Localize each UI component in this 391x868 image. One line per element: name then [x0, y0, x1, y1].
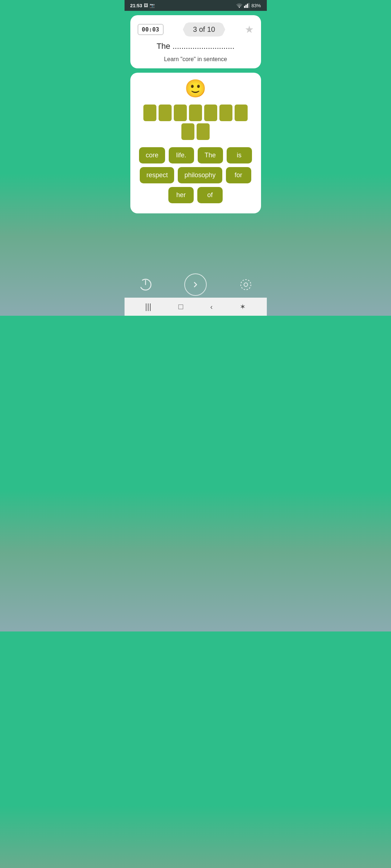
bottom-controls: [125, 273, 267, 296]
slot-1: [143, 105, 156, 121]
status-bar: 21:53 🖼 📷 83%: [125, 0, 267, 11]
camera-icon: 📷: [150, 3, 155, 8]
favorite-button[interactable]: ★: [245, 24, 254, 35]
word-btn-the[interactable]: The: [198, 147, 223, 163]
slot-5: [204, 105, 217, 121]
settings-button[interactable]: [239, 278, 252, 291]
word-btn-life[interactable]: life.: [169, 147, 194, 163]
quiz-header-card: 00:03 3 of 10 ★ The ....................…: [130, 15, 261, 68]
next-button[interactable]: [184, 273, 207, 296]
slot-8: [181, 123, 194, 140]
word-btn-her[interactable]: her: [168, 187, 194, 203]
battery-text: 83%: [251, 3, 261, 8]
nav-back-icon[interactable]: ‹: [210, 303, 213, 311]
word-btn-core[interactable]: core: [139, 147, 165, 163]
nav-bar: ||| □ ‹ ✶: [125, 298, 267, 316]
svg-point-7: [241, 280, 251, 290]
word-buttons-area: core life. The is respect philosophy for…: [136, 147, 255, 203]
wifi-icon: [236, 3, 243, 8]
power-button[interactable]: [139, 278, 152, 291]
svg-rect-2: [247, 4, 248, 8]
svg-rect-3: [248, 3, 249, 8]
main-content: 00:03 3 of 10 ★ The ....................…: [125, 11, 267, 218]
photo-icon: 🖼: [144, 3, 148, 8]
word-btn-is[interactable]: is: [227, 147, 252, 163]
svg-rect-0: [244, 6, 245, 8]
nav-user-icon[interactable]: ✶: [240, 302, 246, 311]
learn-label: Learn "core" in sentence: [164, 56, 227, 63]
slot-3: [174, 105, 187, 121]
svg-point-6: [244, 283, 248, 286]
sentence-display: The ............................: [156, 40, 234, 52]
slot-4: [189, 105, 202, 121]
word-row-3: her of: [168, 187, 223, 203]
word-btn-philosophy[interactable]: philosophy: [178, 167, 222, 183]
svg-rect-1: [245, 5, 247, 8]
letter-slots: [136, 105, 255, 140]
nav-home-icon[interactable]: □: [178, 302, 183, 311]
word-btn-for[interactable]: for: [226, 167, 251, 183]
progress-badge: 3 of 10: [183, 22, 225, 37]
slot-7: [235, 105, 248, 121]
signal-icon: [244, 3, 250, 8]
status-time: 21:53: [130, 3, 142, 8]
slot-6: [219, 105, 232, 121]
slot-9: [197, 123, 210, 140]
slot-2: [159, 105, 172, 121]
smiley-emoji: 🙂: [185, 80, 206, 97]
answer-card: 🙂 core life. The is respect: [130, 73, 261, 213]
word-row-1: core life. The is: [139, 147, 252, 163]
word-row-2: respect philosophy for: [140, 167, 251, 183]
word-btn-of[interactable]: of: [197, 187, 223, 203]
nav-menu-icon[interactable]: |||: [145, 302, 151, 311]
word-btn-respect[interactable]: respect: [140, 167, 174, 183]
timer-display: 00:03: [138, 24, 164, 35]
